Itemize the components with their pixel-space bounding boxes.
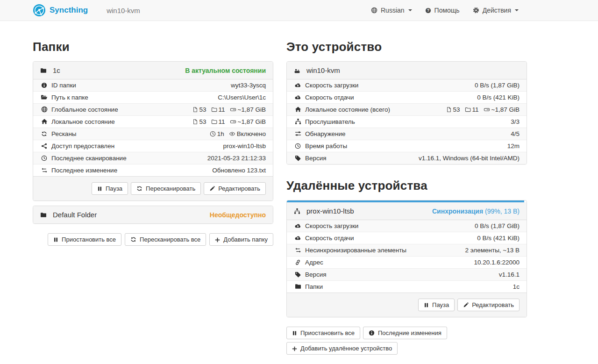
file-o-icon xyxy=(192,118,198,125)
pause-all-devices-button[interactable]: Приостановить все xyxy=(286,327,360,339)
row-label: Версия xyxy=(287,152,404,164)
table-row: Последнее сканирование2021-05-23 21:12:3… xyxy=(33,152,273,164)
recent-changes-button[interactable]: Последние изменения xyxy=(363,327,447,339)
main-content: Папки 1c В актуальном состоянии ID папки… xyxy=(0,21,598,364)
row-label: Версия xyxy=(287,269,442,281)
question-circle-icon: ? xyxy=(425,7,431,14)
table-row: Локальное состояние5311~1,87 GiB xyxy=(33,116,273,128)
row-label: Скорость загрузки xyxy=(287,220,442,232)
rescan-all-button[interactable]: Пересканировать все xyxy=(125,233,206,246)
this-device-heading[interactable]: win10-kvm xyxy=(287,62,527,79)
language-menu[interactable]: Russian xyxy=(371,7,412,14)
remote-device-body: Скорость загрузки0 B/s (1,87 GiB)Скорост… xyxy=(287,220,527,293)
brand-name: Syncthing xyxy=(50,6,88,15)
actions-label: Действия xyxy=(483,7,511,14)
table-row: Версияv1.16.1, Windows (64-bit Intel/AMD… xyxy=(287,152,527,164)
row-label: Последнее сканирование xyxy=(33,152,158,164)
row-label: Прослушиватель xyxy=(287,116,404,128)
table-row: Адрес10.20.1.6:22000 xyxy=(287,257,527,269)
device-status-detail: (99%, 13 B) xyxy=(485,207,520,215)
cluster-icon xyxy=(294,118,302,126)
value-part: 11 xyxy=(472,106,479,113)
table-row: Глобальное состояние5311~1,87 GiB xyxy=(33,104,273,116)
add-remote-device-button[interactable]: Добавить удалённое устройство xyxy=(286,342,398,355)
plus-icon xyxy=(215,236,220,243)
this-device-table: Скорость загрузки0 B/s (1,87 GiB)Скорост… xyxy=(287,79,527,164)
refresh-icon xyxy=(40,130,48,138)
hdd-o-icon xyxy=(230,106,236,113)
refresh-icon xyxy=(136,185,142,192)
remote-device-heading[interactable]: prox-win10-ltsb Синхронизация(99%, 13 B) xyxy=(287,202,527,220)
remote-devices-title: Удалённые устройства xyxy=(286,178,527,193)
this-device-body: Скорость загрузки0 B/s (1,87 GiB)Скорост… xyxy=(287,79,527,164)
remote-device-table: Скорость загрузки0 B/s (1,87 GiB)Скорост… xyxy=(287,220,527,293)
button-label: Пересканировать все xyxy=(140,236,200,243)
value-part: ~1,87 GiB xyxy=(238,106,266,113)
folder-panel-body: ID папкиwyt33-3yscqПуть к папкеC:\Users\… xyxy=(33,79,273,176)
refresh-icon xyxy=(130,236,136,243)
devices-actions: Приостановить всеПоследние измененияДоба… xyxy=(286,327,457,355)
row-value: 4/5 xyxy=(404,128,527,140)
table-row: ID папкиwyt33-3yscq xyxy=(33,79,273,92)
row-label: Скорость отдачи xyxy=(287,92,404,104)
value-part: 1h xyxy=(217,130,224,137)
navbar-device-title: win10-kvm xyxy=(107,7,140,14)
row-value: 3/3 xyxy=(404,116,527,128)
hdd-o-icon xyxy=(230,118,236,125)
caret-down-icon xyxy=(408,9,412,11)
share-icon xyxy=(40,142,48,150)
row-value: v1.16.1, Windows (64-bit Intel/AMD) xyxy=(404,152,527,164)
row-value[interactable]: 2 элементы, ~13 B xyxy=(442,244,527,257)
row-value: 5311~1,87 GiB xyxy=(404,104,527,116)
edit-device-button[interactable]: Редактировать xyxy=(457,299,520,311)
row-value: 2021-05-23 21:12:33 xyxy=(158,152,273,164)
row-value: 5311~1,87 GiB xyxy=(158,104,273,116)
pause-icon xyxy=(97,185,102,192)
folder-name: Default Folder xyxy=(53,211,97,219)
folder-panel-heading[interactable]: 1c В актуальном состоянии xyxy=(33,62,273,79)
syncthing-brand[interactable]: Syncthing xyxy=(33,4,88,17)
actions-menu[interactable]: Действия xyxy=(473,7,519,14)
row-value: C:\Users\User\1c xyxy=(158,92,273,104)
pencil-icon xyxy=(209,185,215,192)
clock-o-icon xyxy=(210,130,216,137)
folder-o-icon xyxy=(465,106,471,113)
table-row: Путь к папкеC:\Users\User\1c xyxy=(33,92,273,104)
this-device-panel: win10-kvm Скорость загрузки0 B/s (1,87 G… xyxy=(286,61,527,164)
row-label: Локальное состояние (всего) xyxy=(287,104,404,116)
edit-folder-button[interactable]: Редактировать xyxy=(204,182,266,195)
row-label: Путь к папке xyxy=(33,92,158,104)
table-row: Скорость отдачи0 B/s (421 KiB) xyxy=(287,92,527,104)
info-circle-icon xyxy=(40,81,48,89)
row-value: 1c xyxy=(442,281,527,293)
cloud-down-icon xyxy=(294,222,302,230)
cloud-up-icon xyxy=(294,234,302,242)
row-value: 10.20.1.6:22000 xyxy=(442,257,527,269)
pause-folder-button[interactable]: Пауза xyxy=(92,182,128,195)
default-folder-heading[interactable]: Default Folder Необщедоступно xyxy=(33,206,273,223)
info-circle-icon xyxy=(369,329,375,336)
row-label: Ресканы xyxy=(33,128,158,140)
file-o-icon xyxy=(192,106,198,113)
table-row: Несинхронизированные элементы2 элементы,… xyxy=(287,244,527,257)
add-folder-button[interactable]: Добавить папку xyxy=(209,233,273,246)
pause-device-button[interactable]: Пауза xyxy=(418,299,455,311)
pause-all-folders-button[interactable]: Приостановить все xyxy=(48,233,121,246)
navbar-menu: Russian ? Помощь Действия xyxy=(371,7,519,14)
folder-panel-default: Default Folder Необщедоступно xyxy=(33,206,273,224)
row-label: Папки xyxy=(287,281,442,293)
home-icon xyxy=(40,118,48,126)
row-value: Обновлено 123.txt xyxy=(158,164,273,177)
clock-o-icon xyxy=(40,154,48,162)
link-icon xyxy=(294,258,302,266)
caret-down-icon xyxy=(515,9,519,11)
eye-icon xyxy=(229,130,235,137)
button-label: Последние изменения xyxy=(378,329,441,336)
remote-device-panel: prox-win10-ltsb Синхронизация(99%, 13 B)… xyxy=(286,200,527,317)
help-menu[interactable]: ? Помощь xyxy=(425,7,460,14)
folder-details-table: ID папкиwyt33-3yscqПуть к папкеC:\Users\… xyxy=(33,79,273,176)
folder-status: Необщедоступно xyxy=(210,211,266,219)
row-label: Скорость отдачи xyxy=(287,232,442,244)
button-label: Редактировать xyxy=(218,185,260,192)
rescan-folder-button[interactable]: Пересканировать xyxy=(131,182,201,195)
